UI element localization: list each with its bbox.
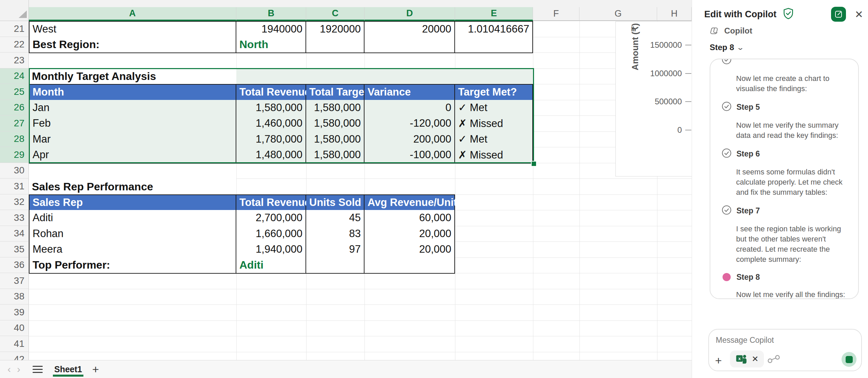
cell-c28[interactable]: 1,580,000 xyxy=(306,131,364,148)
cell-c29[interactable]: 1,580,000 xyxy=(306,147,364,164)
column-header-c[interactable]: C xyxy=(306,7,364,21)
cell-c26[interactable]: 1,580,000 xyxy=(306,100,364,117)
cell-a25[interactable]: Month xyxy=(29,84,236,101)
row-header-28[interactable]: 28 xyxy=(0,131,29,147)
add-sheet-button[interactable]: + xyxy=(92,363,99,376)
column-header-d[interactable]: D xyxy=(364,7,455,21)
cell-a27[interactable]: Feb xyxy=(29,115,236,132)
cell-a26[interactable]: Jan xyxy=(29,100,236,117)
row-header-41[interactable]: 41 xyxy=(0,336,29,352)
row-header-38[interactable]: 38 xyxy=(0,289,29,305)
workbook-context-chip[interactable]: x ✕ xyxy=(730,351,764,368)
cell-c24[interactable] xyxy=(306,68,364,85)
cell-c36[interactable] xyxy=(306,257,364,274)
row-header-33[interactable]: 33 xyxy=(0,210,29,226)
copilot-input-box[interactable]: Message Copilot + x ✕ xyxy=(708,329,862,371)
cell-a34[interactable]: Rohan xyxy=(29,226,236,243)
cell-a29[interactable]: Apr xyxy=(29,147,236,164)
column-header-b[interactable]: B xyxy=(236,7,306,21)
cell-d32[interactable]: Avg Revenue/Unit xyxy=(364,194,455,211)
row-header-37[interactable]: 37 xyxy=(0,273,29,289)
row-header-34[interactable]: 34 xyxy=(0,226,29,242)
column-header-g[interactable]: G xyxy=(579,7,657,21)
close-panel-icon[interactable]: ✕ xyxy=(855,8,863,20)
cell-b28[interactable]: 1,780,000 xyxy=(236,131,306,148)
cell-d35[interactable]: 20,000 xyxy=(364,241,455,258)
sheet-tab-sheet1[interactable]: Sheet1 xyxy=(52,360,84,378)
cell-e25[interactable]: Target Met? xyxy=(455,84,533,101)
cell-e28[interactable]: ✓ Met xyxy=(455,131,533,148)
cell-b26[interactable]: 1,580,000 xyxy=(236,100,306,117)
row-header-21[interactable]: 21 xyxy=(0,21,29,37)
cell-a24[interactable]: Monthly Target Analysis xyxy=(29,68,236,85)
step-row-step-6[interactable]: Step 6 xyxy=(722,148,846,160)
cell-e26[interactable]: ✓ Met xyxy=(455,100,533,117)
select-all-corner[interactable] xyxy=(0,0,29,21)
cell-a32[interactable]: Sales Rep xyxy=(29,194,236,211)
cell-b25[interactable]: Total Revenue xyxy=(236,84,306,101)
cell-a21[interactable]: West xyxy=(29,21,236,38)
cell-b32[interactable]: Total Revenue xyxy=(236,194,306,211)
cell-d24[interactable] xyxy=(364,68,455,85)
row-header-29[interactable]: 29 xyxy=(0,147,29,163)
sheet-nav-prev-icon[interactable]: ‹ xyxy=(5,363,14,375)
row-header-32[interactable]: 32 xyxy=(0,194,29,210)
step-row-step-8[interactable]: Step 8 xyxy=(722,272,846,282)
cell-d28[interactable]: 200,000 xyxy=(364,131,455,148)
cell-a33[interactable]: Aditi xyxy=(29,210,236,227)
cell-a31[interactable]: Sales Rep Performance xyxy=(29,178,236,195)
cell-a35[interactable]: Meera xyxy=(29,241,236,258)
cell-c22[interactable] xyxy=(306,37,364,54)
cell-d36[interactable] xyxy=(364,257,455,274)
column-header-f[interactable]: F xyxy=(533,7,579,21)
cell-d26[interactable]: 0 xyxy=(364,100,455,117)
selection-fill-handle[interactable] xyxy=(531,161,537,167)
cell-b27[interactable]: 1,460,000 xyxy=(236,115,306,132)
cell-c21[interactable]: 1920000 xyxy=(306,21,364,38)
cell-c25[interactable]: Total Target xyxy=(306,84,364,101)
cell-a36[interactable]: Top Performer: xyxy=(29,257,236,274)
cell-d34[interactable]: 20,000 xyxy=(364,226,455,243)
cell-b21[interactable]: 1940000 xyxy=(236,21,306,38)
cell-d22[interactable] xyxy=(364,37,455,54)
column-header-e[interactable]: E xyxy=(455,7,533,21)
cell-e24[interactable] xyxy=(455,68,533,85)
link-icon[interactable] xyxy=(767,355,781,365)
cell-e21[interactable]: 1.010416667 xyxy=(455,21,533,38)
row-header-30[interactable]: 30 xyxy=(0,163,29,179)
cell-a22[interactable]: Best Region: xyxy=(29,37,236,54)
cell-d33[interactable]: 60,000 xyxy=(364,210,455,227)
embedded-chart[interactable]: Amount (₹) 150000010000005000000 xyxy=(615,21,692,176)
spreadsheet-grid[interactable]: West19400001920000200001.010416667Best R… xyxy=(0,0,692,360)
row-header-31[interactable]: 31 xyxy=(0,178,29,194)
stop-generating-button[interactable] xyxy=(842,352,856,367)
row-header-26[interactable]: 26 xyxy=(0,100,29,116)
cell-b29[interactable]: 1,480,000 xyxy=(236,147,306,164)
cell-c34[interactable]: 83 xyxy=(306,226,364,243)
sheet-list-menu-icon[interactable] xyxy=(33,366,43,373)
row-header-36[interactable]: 36 xyxy=(0,257,29,273)
row-header-23[interactable]: 23 xyxy=(0,52,29,68)
cell-e27[interactable]: ✗ Missed xyxy=(455,115,533,132)
cell-d25[interactable]: Variance xyxy=(364,84,455,101)
cell-b33[interactable]: 2,700,000 xyxy=(236,210,306,227)
sheet-nav-next-icon[interactable]: › xyxy=(14,363,23,375)
step-row-step-5[interactable]: Step 5 xyxy=(722,101,846,113)
row-header-35[interactable]: 35 xyxy=(0,241,29,257)
cell-c32[interactable]: Units Sold xyxy=(306,194,364,211)
cell-b35[interactable]: 1,940,000 xyxy=(236,241,306,258)
cell-a28[interactable]: Mar xyxy=(29,131,236,148)
cell-d29[interactable]: -100,000 xyxy=(364,147,455,164)
step-row-step-7[interactable]: Step 7 xyxy=(722,205,846,216)
cell-c27[interactable]: 1,580,000 xyxy=(306,115,364,132)
add-attachment-icon[interactable]: + xyxy=(715,354,722,367)
cell-e22[interactable] xyxy=(455,37,533,54)
cell-c33[interactable]: 45 xyxy=(306,210,364,227)
cell-c35[interactable]: 97 xyxy=(306,241,364,258)
row-header-39[interactable]: 39 xyxy=(0,304,29,320)
cell-b22[interactable]: North xyxy=(236,37,306,54)
cell-d27[interactable]: -120,000 xyxy=(364,115,455,132)
row-header-25[interactable]: 25 xyxy=(0,84,29,100)
cell-d21[interactable]: 20000 xyxy=(364,21,455,38)
column-header-h[interactable]: H xyxy=(657,7,692,21)
